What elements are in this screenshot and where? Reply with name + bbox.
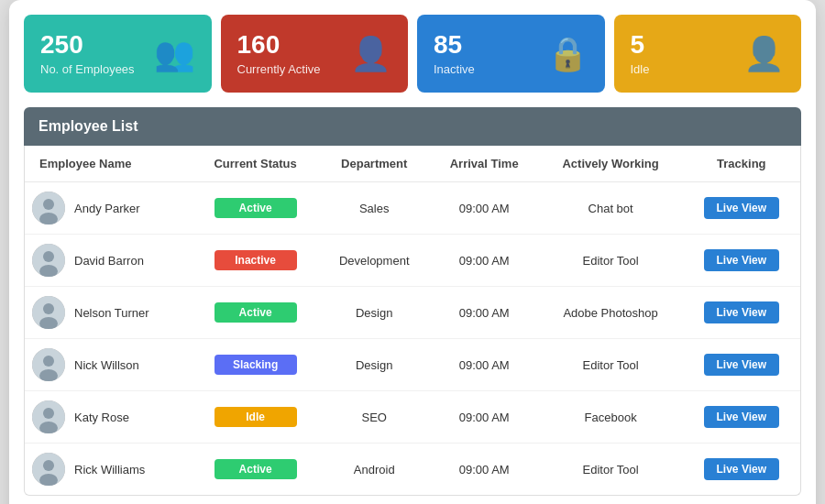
stat-icon-inactive: 🔒 <box>547 35 588 73</box>
arrival-cell-1: 09:00 AM <box>430 235 539 287</box>
stat-box-active: 160 Currently Active 👤 <box>221 15 409 93</box>
stat-box-inactive: 85 Inactive 🔒 <box>417 15 605 93</box>
dept-cell-2: Design <box>319 287 430 339</box>
stats-row: 250 No. of Employees 👥 160 Currently Act… <box>24 15 801 93</box>
stat-label-idle: Idle <box>631 62 650 76</box>
live-view-button-5[interactable]: Live View <box>704 458 779 480</box>
tracking-cell-4: Live View <box>683 391 800 444</box>
section-title: Employee List <box>38 118 138 134</box>
status-badge-1: Inactive <box>214 250 297 270</box>
dept-cell-1: Development <box>319 235 430 287</box>
col-header-2: Department <box>319 146 430 182</box>
employee-cell-5: Rick Williams <box>32 453 183 486</box>
employee-cell-3: Nick Willson <box>32 348 183 381</box>
avatar-0 <box>32 192 65 225</box>
employee-name-0: Andy Parker <box>74 202 140 215</box>
employee-name-cell-1: David Barron <box>25 235 192 287</box>
stat-number-total: 250 <box>40 31 135 60</box>
live-view-button-1[interactable]: Live View <box>704 249 779 271</box>
employee-table: Employee NameCurrent StatusDepartmentArr… <box>25 146 800 495</box>
table-row: Rick Williams ActiveAndroid09:00 AMEdito… <box>25 444 800 496</box>
stat-box-total: 250 No. of Employees 👥 <box>24 15 212 93</box>
employee-cell-4: Katy Rose <box>32 400 183 433</box>
section-header: Employee List <box>24 107 801 146</box>
stat-text-idle: 5 Idle <box>631 31 650 77</box>
status-badge-0: Active <box>214 198 297 218</box>
stat-icon-active: 👤 <box>350 35 391 73</box>
avatar-4 <box>32 400 65 433</box>
status-cell-3: Slacking <box>192 339 319 391</box>
arrival-cell-2: 09:00 AM <box>430 287 539 339</box>
svg-point-10 <box>43 356 54 367</box>
live-view-button-3[interactable]: Live View <box>704 354 779 376</box>
svg-point-1 <box>43 199 54 210</box>
working-cell-5: Editor Tool <box>539 444 683 496</box>
status-badge-3: Slacking <box>214 355 297 375</box>
employee-name-1: David Barron <box>74 254 144 268</box>
col-header-0: Employee Name <box>25 146 192 182</box>
stat-text-inactive: 85 Inactive <box>434 31 475 77</box>
stat-label-inactive: Inactive <box>434 62 475 76</box>
employee-name-cell-2: Nelson Turner <box>25 287 192 339</box>
header-row: Employee NameCurrent StatusDepartmentArr… <box>25 146 800 182</box>
stat-label-active: Currently Active <box>237 62 321 76</box>
employee-name-2: Nelson Turner <box>74 306 149 320</box>
stat-label-total: No. of Employees <box>40 62 135 76</box>
employee-name-5: Rick Williams <box>74 463 145 477</box>
avatar-5 <box>32 453 65 486</box>
tracking-cell-1: Live View <box>683 235 800 287</box>
stat-number-idle: 5 <box>631 31 650 60</box>
table-body: Andy Parker ActiveSales09:00 AMChat botL… <box>25 182 800 496</box>
stat-icon-idle: 👤 <box>743 35 785 73</box>
tracking-cell-2: Live View <box>683 287 800 339</box>
table-row: Nelson Turner ActiveDesign09:00 AMAdobe … <box>25 287 800 339</box>
working-cell-0: Chat bot <box>539 182 683 235</box>
live-view-button-2[interactable]: Live View <box>704 301 779 323</box>
status-cell-2: Active <box>192 287 319 339</box>
employee-name-cell-4: Katy Rose <box>25 391 192 444</box>
svg-point-4 <box>43 251 54 262</box>
working-cell-4: Facebook <box>539 391 683 444</box>
avatar-1 <box>32 244 65 277</box>
avatar-3 <box>32 348 65 381</box>
status-cell-0: Active <box>192 182 319 235</box>
table-row: Andy Parker ActiveSales09:00 AMChat botL… <box>25 182 800 235</box>
stat-text-total: 250 No. of Employees <box>40 31 135 77</box>
stat-icon-total: 👥 <box>154 35 195 73</box>
stat-number-active: 160 <box>237 31 321 60</box>
col-header-5: Tracking <box>683 146 800 182</box>
col-header-1: Current Status <box>192 146 319 182</box>
table-wrapper: Employee NameCurrent StatusDepartmentArr… <box>24 146 801 496</box>
avatar-2 <box>32 296 65 329</box>
employee-name-3: Nick Willson <box>74 358 139 372</box>
working-cell-2: Adobe Photoshop <box>539 287 683 339</box>
svg-point-16 <box>43 460 54 471</box>
dept-cell-5: Android <box>319 444 430 496</box>
arrival-cell-5: 09:00 AM <box>430 444 539 496</box>
status-cell-4: Idle <box>192 391 319 444</box>
table-row: Nick Willson SlackingDesign09:00 AMEdito… <box>25 339 800 391</box>
tracking-cell-5: Live View <box>683 444 800 496</box>
stat-text-active: 160 Currently Active <box>237 31 321 77</box>
employee-name-cell-0: Andy Parker <box>25 182 192 235</box>
arrival-cell-4: 09:00 AM <box>430 391 539 444</box>
live-view-button-0[interactable]: Live View <box>704 197 779 219</box>
status-cell-5: Active <box>192 444 319 496</box>
table-row: Katy Rose IdleSEO09:00 AMFacebookLive Vi… <box>25 391 800 444</box>
dept-cell-0: Sales <box>319 182 430 235</box>
arrival-cell-3: 09:00 AM <box>430 339 539 391</box>
table-row: David Barron InactiveDevelopment09:00 AM… <box>25 235 800 287</box>
employee-name-cell-5: Rick Williams <box>25 444 192 496</box>
col-header-4: Actively Working <box>539 146 683 182</box>
dept-cell-4: SEO <box>319 391 430 444</box>
stat-number-inactive: 85 <box>434 31 475 60</box>
main-card: 250 No. of Employees 👥 160 Currently Act… <box>9 0 816 504</box>
status-badge-4: Idle <box>214 407 297 427</box>
live-view-button-4[interactable]: Live View <box>704 406 779 428</box>
tracking-cell-0: Live View <box>683 182 800 235</box>
employee-name-4: Katy Rose <box>74 411 129 424</box>
employee-cell-1: David Barron <box>32 244 183 277</box>
employee-cell-2: Nelson Turner <box>32 296 183 329</box>
status-badge-5: Active <box>214 459 297 479</box>
status-badge-2: Active <box>214 302 297 323</box>
